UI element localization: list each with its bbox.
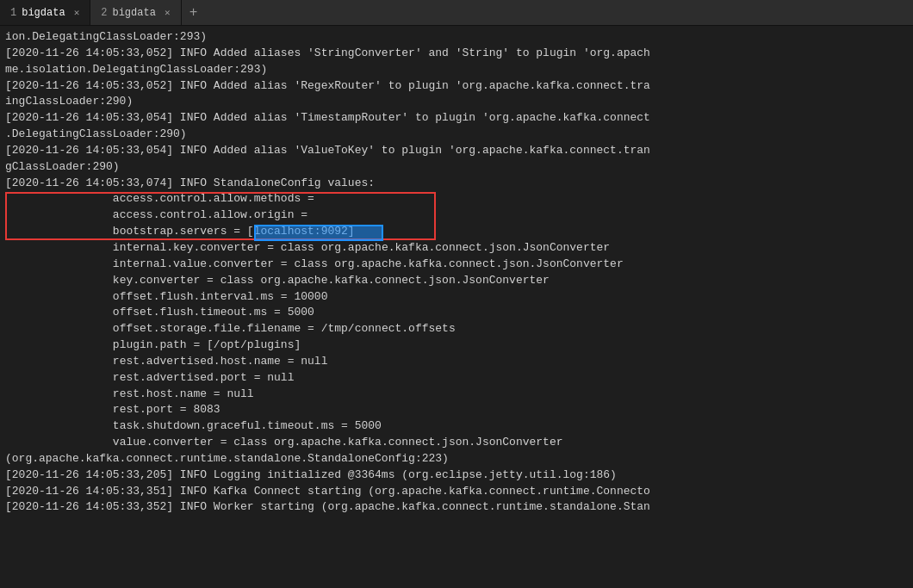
terminal-line-22: rest.host.name = null — [5, 387, 908, 403]
terminal-line-23: rest.port = 8083 — [5, 402, 908, 418]
terminal-line-19: plugin.path = [/opt/plugins] — [5, 337, 908, 354]
terminal-line-28: [2020-11-26 14:05:33,351] INFO Kafka Con… — [5, 484, 908, 500]
tab-bar: 1 bigdata ✕ 2 bigdata ✕ + — [0, 0, 913, 26]
tab-2-number: 2 — [101, 7, 107, 19]
tab-2-label: bigdata — [112, 7, 155, 19]
terminal-line-26: (org.apache.kafka.connect.runtime.standa… — [5, 451, 908, 467]
terminal-line-24: task.shutdown.graceful.timeout.ms = 5000 — [5, 418, 908, 435]
terminal-line-9: [2020-11-26 14:05:33,074] INFO Standalon… — [5, 176, 908, 192]
terminal-line-0: ion.DelegatingClassLoader:293) — [5, 29, 908, 46]
tab-1-label: bigdata — [22, 7, 65, 19]
terminal-line-2: me.isolation.DelegatingClassLoader:293) — [5, 62, 908, 78]
terminal-line-17: offset.flush.timeout.ms = 5000 — [5, 305, 908, 321]
terminal-line-16: offset.flush.interval.ms = 10000 — [5, 289, 908, 306]
terminal: ion.DelegatingClassLoader:293)[2020-11-2… — [0, 26, 913, 588]
terminal-line-29: [2020-11-26 14:05:33,352] INFO Worker st… — [5, 499, 908, 516]
tab-1-close[interactable]: ✕ — [74, 7, 80, 18]
terminal-line-27: [2020-11-26 14:05:33,205] INFO Logging i… — [5, 467, 908, 484]
terminal-line-7: [2020-11-26 14:05:33,054] INFO Added ali… — [5, 143, 908, 159]
terminal-line-10: access.control.allow.methods = — [5, 191, 908, 207]
terminal-line-3: [2020-11-26 14:05:33,052] INFO Added ali… — [5, 78, 908, 95]
terminal-line-4: ingClassLoader:290) — [5, 94, 908, 110]
tab-1-number: 1 — [10, 7, 16, 19]
terminal-line-12: bootstrap.servers = [localhost:9092] — [5, 224, 908, 240]
terminal-line-11: access.control.allow.origin = — [5, 207, 908, 224]
terminal-line-18: offset.storage.file.filename = /tmp/conn… — [5, 321, 908, 337]
terminal-line-1: [2020-11-26 14:05:33,052] INFO Added ali… — [5, 46, 908, 62]
terminal-line-14: internal.value.converter = class org.apa… — [5, 257, 908, 273]
terminal-line-5: [2020-11-26 14:05:33,054] INFO Added ali… — [5, 110, 908, 127]
tab-1[interactable]: 1 bigdata ✕ — [0, 0, 90, 25]
terminal-line-25: value.converter = class org.apache.kafka… — [5, 435, 908, 451]
terminal-content: ion.DelegatingClassLoader:293)[2020-11-2… — [5, 29, 908, 516]
terminal-line-8: gClassLoader:290) — [5, 159, 908, 176]
terminal-line-13: internal.key.converter = class org.apach… — [5, 240, 908, 257]
terminal-line-15: key.converter = class org.apache.kafka.c… — [5, 273, 908, 289]
terminal-line-20: rest.advertised.host.name = null — [5, 354, 908, 370]
new-tab-button[interactable]: + — [182, 0, 206, 25]
tab-2[interactable]: 2 bigdata ✕ — [90, 0, 181, 25]
tab-2-close[interactable]: ✕ — [165, 7, 171, 18]
terminal-line-21: rest.advertised.port = null — [5, 370, 908, 387]
terminal-line-6: .DelegatingClassLoader:290) — [5, 127, 908, 143]
